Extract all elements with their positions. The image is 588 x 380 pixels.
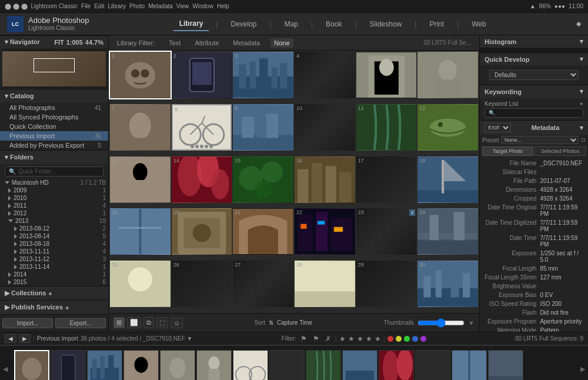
filter-none[interactable]: None xyxy=(270,38,293,48)
flag-filter-off[interactable]: ⚑ xyxy=(299,334,309,344)
metadata-preset-select[interactable]: None... xyxy=(502,136,579,144)
photo-cell-19[interactable]: 19 xyxy=(110,208,171,255)
grid-view-button[interactable]: ⊞ xyxy=(113,317,125,328)
navigator-preview[interactable] xyxy=(2,49,106,88)
quick-develop-collapse[interactable]: ▾ xyxy=(580,55,583,63)
photo-cell-1[interactable]: 1 xyxy=(110,52,171,98)
file-menu[interactable]: File xyxy=(81,3,91,9)
publish-header[interactable]: ▶ Publish Services + xyxy=(0,301,108,314)
photo-cell-9[interactable]: 9 xyxy=(233,104,293,151)
photo-cell-25[interactable]: 25 xyxy=(110,261,171,307)
folder-2015[interactable]: 2015 6 xyxy=(0,278,108,286)
color-filter-blue[interactable] xyxy=(412,336,418,342)
filmstrip-scroll-right[interactable]: ▶ xyxy=(577,346,588,380)
page-forward-button[interactable]: ▶ xyxy=(19,334,31,343)
people-view-button[interactable]: ☺ xyxy=(171,318,183,328)
module-develop[interactable]: Develop xyxy=(225,18,262,31)
quick-develop-header[interactable]: Quick Develop ▾ xyxy=(480,53,588,65)
export-button[interactable]: Export... xyxy=(55,318,106,328)
filmstrip-thumb-12[interactable] xyxy=(415,350,450,381)
module-map[interactable]: Map xyxy=(279,18,304,31)
photo-cell-23[interactable]: 23 2 xyxy=(356,208,417,255)
photo-cell-6[interactable]: 6 xyxy=(417,52,478,98)
folder-2013-11-12[interactable]: 2013-11-12 3 xyxy=(0,255,108,263)
metadata-header[interactable]: EXIF Metadata ▾ xyxy=(480,121,588,135)
filmstrip-thumb-13[interactable] xyxy=(452,350,487,381)
photo-cell-4[interactable]: 4 xyxy=(295,52,355,98)
window-menu[interactable]: Window xyxy=(192,3,213,9)
module-slideshow[interactable]: Slideshow xyxy=(364,18,408,31)
folder-2013-08-18[interactable]: 2013-08-18 4 xyxy=(0,240,108,248)
folder-2014[interactable]: 2014 1 xyxy=(0,271,108,278)
photo-cell-24[interactable]: 24 xyxy=(417,208,478,255)
filter-text[interactable]: Text xyxy=(165,38,184,48)
star-3[interactable]: ★ xyxy=(357,335,363,343)
module-print[interactable]: Print xyxy=(423,18,450,31)
sort-direction[interactable]: ⇅ xyxy=(269,319,273,326)
color-filter-red[interactable] xyxy=(387,336,393,342)
photo-cell-7[interactable]: 7 xyxy=(110,104,171,151)
filmstrip-scroll-left[interactable]: ◀ xyxy=(0,346,11,380)
compare-view-button[interactable]: ⧉ xyxy=(143,317,154,328)
photo-cell-14[interactable]: 14 xyxy=(172,156,232,203)
star-4[interactable]: ★ xyxy=(366,335,372,343)
folder-2012[interactable]: 2012 1 xyxy=(0,209,108,217)
selected-photos-tab[interactable]: Selected Photos xyxy=(534,146,586,156)
grid-area[interactable]: 1 2 3 4 5 6 xyxy=(109,51,479,313)
flag-filter-rejected[interactable]: ✗ xyxy=(323,334,333,344)
keyword-search[interactable]: 🔍 xyxy=(485,108,583,118)
page-back-button[interactable]: ◀ xyxy=(5,334,16,343)
catalog-item-quick[interactable]: Quick Collection xyxy=(0,122,108,131)
metadata-expand-icon[interactable]: ⊡ xyxy=(581,137,586,143)
filmstrip-thumb-8[interactable] xyxy=(269,350,305,381)
histogram-collapse[interactable]: ▾ xyxy=(580,38,583,45)
catalog-item-added[interactable]: Added by Previous Export 5 xyxy=(0,141,108,150)
folder-2011[interactable]: 2011 4 xyxy=(0,202,108,209)
edit-menu[interactable]: Edit xyxy=(94,3,104,9)
zoom-fit[interactable]: FIT xyxy=(54,39,64,46)
saved-preset-select[interactable]: Defaults xyxy=(489,70,579,80)
folder-2013-11-14[interactable]: 2013-11-14 1 xyxy=(0,263,108,271)
photo-cell-18[interactable]: 18 xyxy=(417,156,478,203)
photo-cell-16[interactable]: 16 xyxy=(295,156,355,203)
drive-item[interactable]: Macintosh HD 1 / 1.2 TB xyxy=(0,179,108,186)
target-photo-tab[interactable]: Target Photo xyxy=(482,146,533,156)
filmstrip-thumb-2[interactable] xyxy=(51,350,86,381)
photo-cell-27[interactable]: 27 xyxy=(233,261,293,307)
metadata-type-select[interactable]: EXIF xyxy=(485,123,511,132)
loupe-view-button[interactable]: ⬜ xyxy=(127,317,141,328)
photo-cell-5[interactable]: 5 xyxy=(356,52,417,98)
color-filter-purple[interactable] xyxy=(420,336,426,342)
view-menu[interactable]: View xyxy=(176,3,189,9)
photo-cell-26[interactable]: 26 xyxy=(172,261,232,307)
filmstrip-thumb-9[interactable] xyxy=(306,350,341,381)
zoom-44[interactable]: 44.7% xyxy=(85,39,103,46)
folder-2013-11-11[interactable]: 2013-11-11 4 xyxy=(0,248,108,255)
sort-value[interactable]: Capture Time xyxy=(277,319,312,326)
star-5[interactable]: ★ xyxy=(375,335,381,343)
library-menu[interactable]: Library xyxy=(108,3,126,9)
app-menu-item[interactable]: Lightroom Classic xyxy=(31,3,78,9)
photo-cell-2[interactable]: 2 xyxy=(172,52,232,98)
catalog-item-synced[interactable]: All Synced Photographs xyxy=(0,112,108,122)
catalog-item-all-photos[interactable]: All Photographs 41 xyxy=(0,103,108,112)
filter-metadata[interactable]: Metadata xyxy=(229,38,263,48)
filmstrip-thumb-10[interactable] xyxy=(342,350,377,381)
photo-cell-8[interactable]: 8 xyxy=(172,104,232,151)
flag-filter-flagged[interactable]: ⚑ xyxy=(311,334,321,344)
photo-cell-21[interactable]: 21 xyxy=(233,208,293,255)
survey-view-button[interactable]: ⬚ xyxy=(156,317,168,328)
filmstrip-thumb-5[interactable] xyxy=(160,350,195,381)
photo-cell-22[interactable]: 22 xyxy=(295,208,355,255)
photo-cell-28[interactable]: 28 xyxy=(295,261,355,307)
filmstrip-thumb-4[interactable] xyxy=(123,350,159,381)
help-menu[interactable]: Help xyxy=(217,3,229,9)
photo-cell-30[interactable]: 30 xyxy=(417,261,478,307)
photo-cell-12[interactable]: 12 xyxy=(417,104,478,151)
folders-header[interactable]: ▾ Folders xyxy=(0,151,108,164)
catalog-item-previous-import[interactable]: Previous Import 36 xyxy=(0,131,108,141)
photo-menu[interactable]: Photo xyxy=(129,3,145,9)
filmstrip-thumb-14[interactable] xyxy=(488,350,523,381)
photo-cell-10[interactable]: 10 xyxy=(295,104,355,151)
photo-cell-3[interactable]: 3 xyxy=(233,52,293,98)
